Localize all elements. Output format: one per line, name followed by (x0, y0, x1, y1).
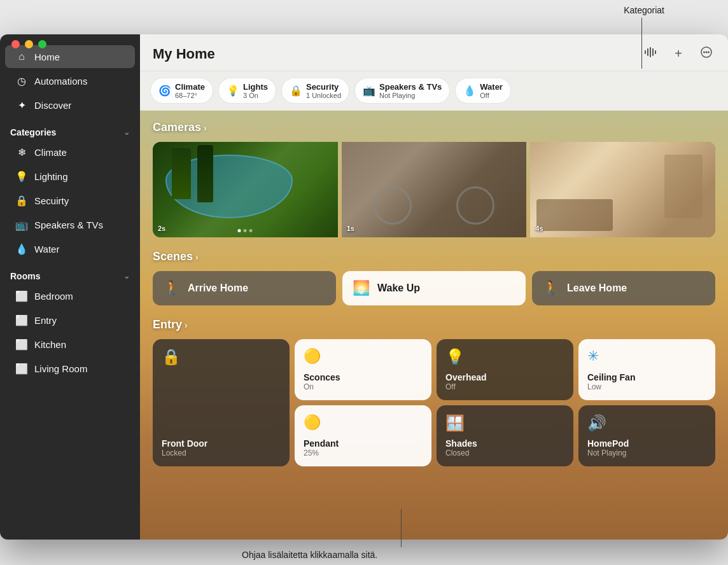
device-overhead[interactable]: 💡 Overhead Off (437, 339, 573, 400)
sidebar-item-bedroom[interactable]: ⬜ Bedroom (5, 284, 135, 307)
security-pill-status: 1 Unlocked (306, 92, 341, 99)
ceiling-fan-name: Ceiling Fan (587, 372, 706, 382)
lights-pill-name: Lights (243, 82, 268, 92)
maximize-button[interactable] (38, 40, 46, 48)
sidebar-label-lighting: Lighting (34, 171, 68, 182)
entry-section-title[interactable]: Entry › (153, 318, 715, 331)
rooms-chevron: ⌄ (123, 272, 130, 281)
sidebar-item-living-room[interactable]: ⬜ Living Room (5, 357, 135, 380)
rooms-section-header[interactable]: Rooms ⌄ (0, 261, 140, 284)
sconces-status: On (304, 382, 423, 391)
pill-lights[interactable]: 💡 Lights 3 On (218, 78, 276, 104)
sidebar-item-automations[interactable]: ◷ Automations (5, 69, 135, 92)
pill-water[interactable]: 💧 Water Off (455, 78, 511, 104)
cameras-chevron: › (204, 123, 207, 133)
sidebar-item-entry[interactable]: ⬜ Entry (5, 309, 135, 331)
pendant-name: Pendant (304, 438, 423, 449)
lights-pill-status: 3 On (243, 92, 268, 99)
camera-tile-1[interactable]: 2s (153, 142, 338, 237)
speakers-pill-name: Speakers & TVs (379, 82, 442, 92)
pill-speakers[interactable]: 📺 Speakers & TVs Not Playing (354, 78, 450, 104)
shades-icon: 🪟 (445, 414, 564, 432)
category-pills: 🌀 Climate 68–72° 💡 Lights 3 On 🔒 Securit… (140, 71, 728, 111)
water-pill-status: Off (480, 92, 503, 99)
categories-chevron: ⌄ (123, 128, 130, 137)
front-door-icon: 🔒 (162, 348, 281, 366)
cam1-timestamp: 2s (158, 225, 165, 232)
add-button[interactable]: + (672, 44, 685, 64)
svg-point-6 (703, 52, 705, 53)
sidebar-label-entry: Entry (34, 315, 57, 326)
more-button[interactable] (697, 43, 715, 64)
sconces-icon: 🟡 (304, 348, 423, 365)
sidebar-label-security: Secuirty (34, 195, 69, 206)
water-pill-icon: 💧 (463, 85, 476, 97)
arrive-label: Arrive Home (188, 282, 248, 294)
homepod-icon: 🔊 (587, 414, 706, 432)
svg-rect-1 (647, 48, 648, 56)
device-front-door[interactable]: 🔒 Front Door Locked (153, 339, 290, 466)
sidebar-item-discover[interactable]: ✦ Discover (5, 94, 135, 116)
cameras-section-title[interactable]: Cameras › (153, 121, 715, 134)
close-button[interactable] (11, 40, 20, 48)
camera-tile-2[interactable]: 1s (342, 142, 527, 237)
front-door-name: Front Door (162, 438, 281, 449)
scene-wake-up[interactable]: 🌅 Wake Up (342, 271, 526, 305)
sidebar-item-kitchen[interactable]: ⬜ Kitchen (5, 333, 135, 356)
ceiling-fan-status: Low (587, 382, 706, 391)
more-icon (700, 46, 713, 59)
waveform-icon (644, 46, 657, 59)
climate-pill-name: Climate (175, 82, 205, 92)
kategoriat-label: Kategoriat (624, 5, 664, 15)
front-door-status: Locked (162, 449, 281, 457)
svg-rect-3 (652, 48, 654, 56)
sidebar-item-speakers[interactable]: 📺 Speakers & TVs (5, 213, 135, 236)
bike-wheel-1 (374, 186, 412, 225)
minimize-button[interactable] (25, 40, 33, 48)
sidebar-item-climate[interactable]: ❄ Climate (5, 141, 135, 164)
device-shades[interactable]: 🪟 Shades Closed (437, 405, 573, 466)
device-homepod[interactable]: 🔊 HomePod Not Playing (578, 405, 715, 466)
speakers-icon: 📺 (15, 218, 28, 231)
main-content: My Home + (140, 34, 728, 540)
sidebar-item-lighting[interactable]: 💡 Lighting (5, 165, 135, 188)
shades-status: Closed (445, 449, 564, 457)
overhead-name: Overhead (445, 372, 564, 382)
pill-security[interactable]: 🔒 Security 1 Unlocked (281, 78, 349, 104)
categories-section-header[interactable]: Categories ⌄ (0, 117, 140, 140)
sidebar-label-automations: Automations (34, 76, 87, 87)
bottom-label: Ohjaa lisälaitetta klikkaamalla sitä. (242, 550, 377, 560)
scene-leave-home[interactable]: 🚶 Leave Home (532, 271, 715, 305)
traffic-lights (11, 34, 46, 53)
lights-pill-icon: 💡 (227, 85, 239, 97)
homepod-status: Not Playing (587, 449, 706, 457)
rooms-label: Rooms (10, 271, 40, 281)
voice-button[interactable] (641, 43, 659, 64)
pill-climate[interactable]: 🌀 Climate 68–72° (150, 78, 213, 104)
scenes-section-title[interactable]: Scenes › (153, 250, 715, 263)
ceiling-fan-icon: ✳ (587, 348, 706, 365)
kitchen-icon: ⬜ (15, 338, 28, 351)
scenes-chevron: › (195, 252, 199, 262)
arrive-icon: 🚶 (163, 280, 180, 296)
device-ceiling-fan[interactable]: ✳ Ceiling Fan Low (578, 339, 715, 400)
sidebar-item-water[interactable]: 💧 Water (5, 237, 135, 260)
app-window: ⌂ Home ◷ Automations ✦ Discover Categori… (0, 34, 728, 540)
speakers-pill-status: Not Playing (379, 92, 442, 99)
camera-grid: 2s 1s (153, 142, 715, 237)
sofa-shape (536, 199, 613, 231)
pendant-icon: 🟡 (304, 414, 423, 431)
camera-tile-3[interactable]: 4s (530, 142, 715, 237)
device-pendant[interactable]: 🟡 Pendant 25% (295, 405, 431, 466)
scene-arrive-home[interactable]: 🚶 Arrive Home (153, 271, 336, 305)
svg-point-8 (708, 52, 710, 53)
homepod-name: HomePod (587, 438, 706, 449)
svg-rect-0 (645, 50, 646, 54)
speakers-pill-icon: 📺 (363, 85, 375, 97)
overhead-icon: 💡 (445, 348, 564, 366)
device-sconces[interactable]: 🟡 Sconces On (295, 339, 431, 400)
sidebar-item-security[interactable]: 🔒 Secuirty (5, 189, 135, 212)
water-icon: 💧 (15, 242, 28, 255)
automations-icon: ◷ (15, 74, 28, 87)
sidebar: ⌂ Home ◷ Automations ✦ Discover Categori… (0, 34, 140, 540)
